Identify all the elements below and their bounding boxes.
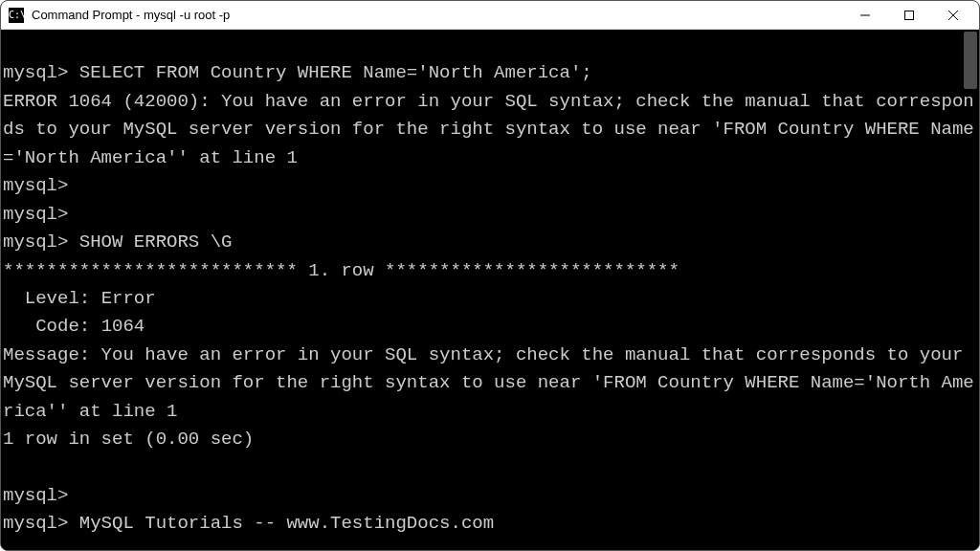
command-prompt-icon: C:\ xyxy=(9,8,24,23)
minimize-icon xyxy=(860,11,870,20)
window-controls xyxy=(843,1,975,30)
maximize-icon xyxy=(904,11,914,20)
window-title: Command Prompt - mysql -u root -p xyxy=(32,8,843,22)
minimize-button[interactable] xyxy=(843,1,887,30)
close-button[interactable] xyxy=(931,1,975,30)
maximize-button[interactable] xyxy=(887,1,931,30)
svg-rect-1 xyxy=(905,11,914,19)
terminal-area[interactable]: mysql> SELECT FROM Country WHERE Name='N… xyxy=(1,30,979,550)
vertical-scrollbar[interactable] xyxy=(964,32,977,89)
close-icon xyxy=(948,11,958,20)
terminal-output: mysql> SELECT FROM Country WHERE Name='N… xyxy=(3,32,975,539)
command-prompt-window: C:\ Command Prompt - mysql -u root -p my… xyxy=(0,0,980,551)
titlebar[interactable]: C:\ Command Prompt - mysql -u root -p xyxy=(1,1,979,30)
